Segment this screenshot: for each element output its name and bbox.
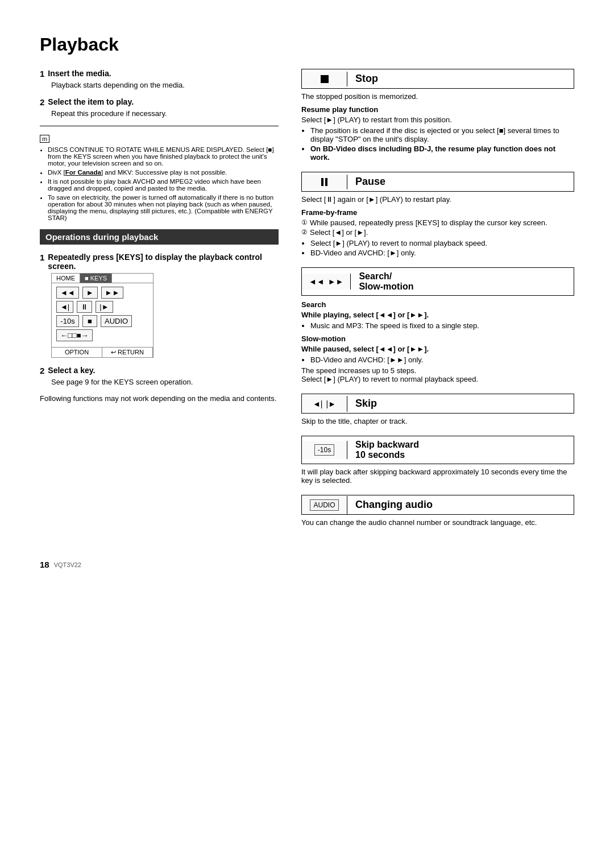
pause-bullet-2: BD-Video and AVCHD: [►] only. — [310, 249, 574, 257]
divider-1 — [40, 126, 279, 126]
search-subhead: While playing, select [◄◄] or [►►]. — [301, 311, 574, 319]
note-item: DivX [For Canada] and MKV: Successive pl… — [48, 169, 279, 176]
audio-icon: AUDIO — [310, 499, 338, 511]
step-b-number: 2 — [40, 366, 44, 375]
pause-frame-head: Frame-by-frame — [301, 208, 574, 217]
key-scroll[interactable]: ←□□■→ — [56, 329, 93, 341]
search-label-line1: Search/ — [359, 271, 413, 282]
slow-extra-2: Select [►] (PLAY) to revert to normal pl… — [301, 375, 574, 383]
stop-bold: On BD-Video discs including BD-J, the re… — [310, 144, 555, 162]
keys-bottom-row: OPTION ↩ RETURN — [52, 347, 153, 357]
keys-screen: HOME ■ KEYS ◄◄ ► ►► ◄| ⏸ |► -10s — [51, 273, 154, 358]
pause-bar-1 — [321, 178, 323, 186]
step-2-row: 2 Select the item to play. — [40, 97, 279, 107]
skip-block: ◄| |► Skip Skip to the title, chapter or… — [301, 394, 574, 425]
step-1-body: Playback starts depending on the media. — [51, 81, 279, 89]
pause-frame-body: ① While paused, repeatedly press [KEYS] … — [301, 218, 574, 257]
canada-text: For Canada — [65, 169, 101, 176]
pause-desc: Select [⏸] again or [►] (PLAY) to restar… — [301, 195, 574, 204]
slow-head: Slow-motion — [301, 334, 574, 343]
slow-subhead: While paused, select [◄◄] or [►►]. — [301, 345, 574, 353]
keys-tab-row: HOME ■ KEYS — [52, 274, 153, 283]
key-skip-back[interactable]: -10s — [56, 315, 79, 327]
key-prev[interactable]: ◄| — [56, 301, 73, 313]
step-b-body: See page 9 for the KEYS screen operation… — [51, 378, 279, 386]
stop-block: Stop The stopped position is memorized. … — [301, 69, 574, 162]
stop-resume-head: Resume play function — [301, 105, 574, 114]
step-b-title: Select a key. — [48, 366, 95, 375]
keys-tab-home[interactable]: HOME — [52, 274, 80, 283]
skip-backward-desc: It will play back after skipping backwar… — [301, 468, 574, 485]
ops-section-header: Operations during playback — [40, 229, 279, 245]
pause-label: Pause — [347, 172, 393, 191]
stop-icon-cell — [302, 72, 347, 86]
key-play[interactable]: ► — [82, 287, 98, 299]
search-fwd-icon: ►► — [328, 277, 344, 286]
skip-desc: Skip to the title, chapter or track. — [301, 417, 574, 425]
search-body: While playing, select [◄◄] or [►►]. Musi… — [301, 311, 574, 330]
skip-backward-line2: 10 seconds — [355, 450, 419, 460]
pause-block: Pause Select [⏸] again or [►] (PLAY) to … — [301, 172, 574, 257]
skip-next-icon: |► — [326, 399, 337, 408]
skip-backward-block: -10s Skip backward 10 seconds It will pl… — [301, 436, 574, 485]
stop-desc: The stopped position is memorized. — [301, 92, 574, 101]
version-text: VQT3V22 — [54, 561, 81, 568]
step-a-number: 1 — [40, 253, 44, 262]
page-title: Playback — [40, 34, 574, 55]
pause-icon — [321, 178, 327, 186]
audio-header: AUDIO Changing audio — [301, 495, 574, 515]
skip-backward-icon-cell: -10s — [302, 441, 347, 459]
keys-grid: ◄◄ ► ►► ◄| ⏸ |► -10s ■ AUDIO — [52, 283, 153, 347]
pause-frame-text-2: Select [◄] or [►]. — [310, 228, 368, 237]
pause-header: Pause — [301, 172, 574, 192]
stop-bullet-2: On BD-Video discs including BD-J, the re… — [310, 144, 574, 162]
key-next[interactable]: |► — [96, 301, 113, 313]
key-rew[interactable]: ◄◄ — [56, 287, 79, 299]
skip-backward-icon: -10s — [314, 444, 334, 456]
pause-frame-2: ② Select [◄] or [►]. — [301, 228, 574, 237]
search-header: ◄◄ ►► Search/ Slow-motion — [301, 267, 574, 296]
search-label-line2: Slow-motion — [359, 282, 413, 292]
skip-label: Skip — [347, 394, 385, 413]
step-1-title: Insert the media. — [48, 69, 111, 78]
notes-list: DISCS CONTINUE TO ROTATE WHILE MENUS ARE… — [40, 146, 279, 221]
keys-row-3: -10s ■ AUDIO — [56, 315, 148, 327]
slow-extra-1: The speed increases up to 5 steps. — [301, 366, 574, 375]
keys-tab-keys[interactable]: ■ KEYS — [80, 274, 112, 283]
audio-icon-cell: AUDIO — [302, 496, 347, 514]
key-fwd[interactable]: ►► — [101, 287, 124, 299]
audio-desc: You can change the audio channel number … — [301, 518, 574, 527]
search-bullet-1: Music and MP3: The speed is fixed to a s… — [310, 321, 574, 330]
circled-1: ① — [301, 218, 308, 227]
keys-return[interactable]: ↩ RETURN — [102, 348, 153, 357]
stop-resume-body: Select [►] (PLAY) to restart from this p… — [301, 115, 574, 162]
search-block: ◄◄ ►► Search/ Slow-motion Search While p… — [301, 267, 574, 383]
key-stop[interactable]: ■ — [82, 315, 97, 327]
skip-backward-line1: Skip backward — [355, 440, 419, 450]
audio-block: AUDIO Changing audio You can change the … — [301, 495, 574, 527]
skip-backward-header: -10s Skip backward 10 seconds — [301, 436, 574, 464]
step-1-number: 1 — [40, 69, 44, 78]
page-number: 18 — [40, 560, 49, 569]
following-text: Following functions may not work dependi… — [40, 394, 279, 403]
stop-label: Stop — [347, 69, 386, 88]
keys-row-1: ◄◄ ► ►► — [56, 287, 148, 299]
skip-prev-icon: ◄| — [313, 399, 323, 408]
key-pause[interactable]: ⏸ — [77, 301, 92, 313]
pause-icon-cell — [302, 175, 347, 189]
search-head: Search — [301, 300, 574, 309]
keys-row-4: ←□□■→ — [56, 329, 148, 341]
step-a-row: 1 Repeatedly press [KEYS] to display the… — [40, 253, 279, 271]
pause-bar-2 — [325, 178, 327, 186]
note-item: To save on electricity, the power is tur… — [48, 194, 279, 221]
key-audio[interactable]: AUDIO — [101, 315, 132, 327]
search-rew-icon: ◄◄ — [309, 277, 325, 286]
pause-frame-text-1: While paused, repeatedly press [KEYS] to… — [310, 218, 547, 227]
slow-bullet-1: BD-Video and AVCHD: [►►] only. — [310, 356, 574, 364]
step-2-number: 2 — [40, 97, 44, 107]
step-1-row: 1 Insert the media. — [40, 69, 279, 78]
keys-option[interactable]: OPTION — [52, 348, 102, 357]
skip-backward-label: Skip backward 10 seconds — [347, 436, 427, 464]
slow-body: While paused, select [◄◄] or [►►]. BD-Vi… — [301, 345, 574, 383]
step-b-row: 2 Select a key. — [40, 366, 279, 375]
